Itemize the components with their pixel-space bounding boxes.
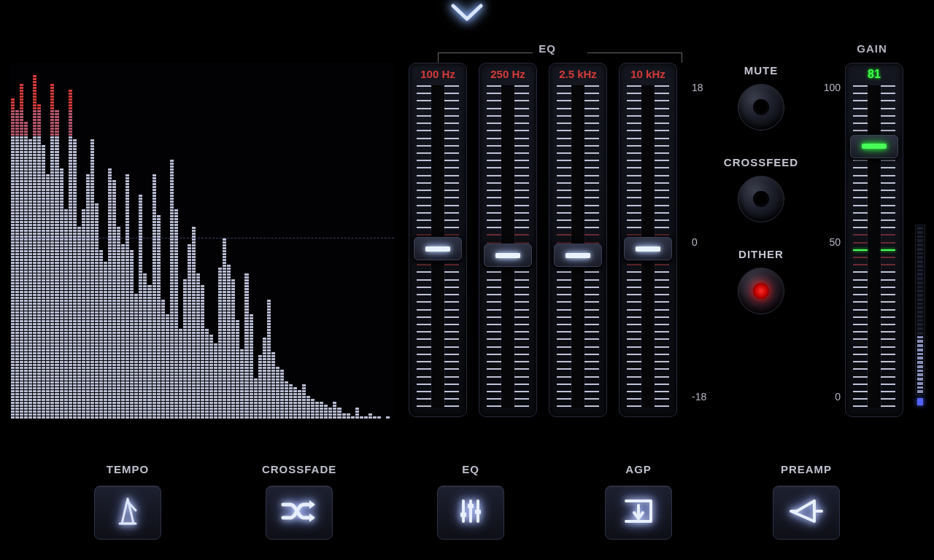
bottom-gate-group: AGP [605,463,672,540]
collapse-toggle[interactable] [445,0,489,28]
gate-button[interactable] [605,486,672,540]
gain-scale-top: 100 [811,82,841,93]
gain-slider-wrap: 81 [845,63,903,417]
eq-slider-3[interactable]: 10 kHz [619,63,677,417]
metronome-icon [111,494,144,531]
bottom-toolbar: TEMPO CROSSFADE EQ AGP PREAMP [0,463,934,540]
eq-scale-top: 18 [692,82,721,93]
eq-label: EQ [539,42,556,55]
dither-label: DITHER [738,248,784,260]
bottom-amp-group: PREAMP [773,463,840,540]
gain-scale: 100 50 0 [811,82,841,402]
gain-section-header: GAIN [828,42,916,55]
eq-slider-freq: 2.5 kHz [555,68,601,80]
mute-group: MUTE [738,64,784,131]
bottom-amp-label: PREAMP [781,463,832,475]
bottom-gate-label: AGP [625,463,652,475]
knob-column: MUTE CROSSFEED DITHER [721,64,801,314]
mute-label: MUTE [738,64,784,77]
eq-slider-freq: 250 Hz [485,68,530,80]
crossfeed-group: CROSSFEED [724,156,798,222]
eq-scale-mid: 0 [692,236,721,248]
spectrum-analyzer [11,63,394,419]
svg-rect-6 [468,504,474,508]
chevron-down-icon [450,3,484,25]
amp-icon [788,497,825,529]
dither-knob[interactable] [738,268,784,314]
eq-slider-1[interactable]: 250 Hz [479,63,537,417]
bottom-metronome-label: TEMPO [107,463,149,475]
crossfeed-knob[interactable] [738,176,784,222]
eq-scale-bottom: -18 [692,391,721,402]
metronome-button[interactable] [94,486,161,540]
dither-group: DITHER [738,248,784,314]
gain-value: 81 [852,68,897,81]
svg-rect-7 [475,510,481,514]
bottom-metronome-group: TEMPO [94,463,161,540]
gain-slider[interactable]: 81 [845,63,903,417]
amp-button[interactable] [773,486,840,540]
bottom-shuffle-group: CROSSFADE [262,463,336,540]
eq-slider-freq: 100 Hz [415,68,460,80]
output-meter [915,225,925,395]
shuffle-button[interactable] [266,486,333,540]
eq-sliders: 100 Hz 250 Hz 2.5 kHz 10 kHz [409,63,677,417]
gain-label: GAIN [857,42,887,55]
eq-slider-0[interactable]: 100 Hz [409,63,467,417]
svg-rect-5 [460,513,466,517]
gain-scale-mid: 50 [811,236,841,248]
crossfeed-label: CROSSFEED [724,156,798,168]
gate-icon [622,495,655,530]
bottom-sliders-group: EQ [437,463,504,540]
sliders-icon [455,495,487,530]
eq-section-header: EQ [409,42,686,55]
eq-scale: 18 0 -18 [692,82,721,402]
sliders-button[interactable] [437,486,504,540]
bottom-shuffle-label: CROSSFADE [262,463,336,475]
mute-knob[interactable] [738,84,784,131]
shuffle-icon [280,497,318,529]
gain-scale-bottom: 0 [811,391,841,402]
bottom-sliders-label: EQ [462,463,479,475]
eq-slider-2[interactable]: 2.5 kHz [549,63,607,417]
eq-slider-freq: 10 kHz [625,68,671,80]
